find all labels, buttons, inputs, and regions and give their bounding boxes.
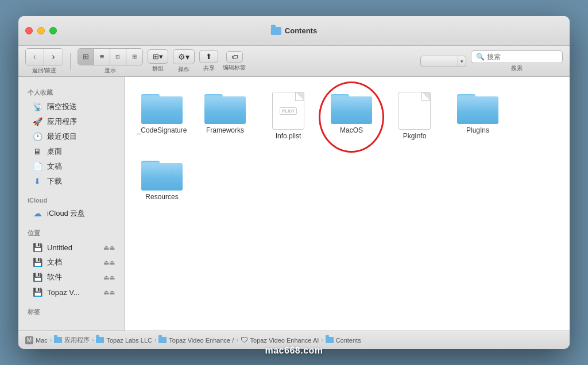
folder-icon-macos: [331, 92, 372, 124]
icloud-icon: ☁: [32, 208, 42, 219]
finder-window: Contents ‹ › 返回/前进 ⊞ ≡: [18, 16, 570, 349]
sidebar-item-software[interactable]: 💾 软件 ⏏: [21, 270, 122, 285]
breadcrumb-arrow-3: ›: [154, 337, 156, 343]
view-icon-columns[interactable]: ⊟: [110, 49, 126, 65]
sidebar-item-doc-disk[interactable]: 💾 文档 ⏏: [21, 255, 122, 270]
breadcrumb-folder-icon-topazve: [158, 337, 167, 343]
breadcrumb-arrow-1: ›: [50, 337, 52, 343]
sidebar-section-tags: 标签: [18, 303, 124, 319]
sidebar-section-icloud: iCloud: [18, 192, 124, 206]
sidebar-item-applications[interactable]: 🚀 应用程序: [21, 114, 122, 129]
minimize-button[interactable]: [37, 27, 45, 34]
sidebar-label-desktop: 桌面: [47, 146, 62, 157]
disk-icon-doc: 💾: [32, 257, 42, 267]
sidebar-item-topaz[interactable]: 💾 Topaz V... ⏏: [21, 285, 122, 300]
plist-file-icon: PLIST: [272, 92, 304, 130]
desktop-icon: 🖥: [32, 146, 42, 157]
disk-icon-software: 💾: [32, 272, 42, 282]
list-item[interactable]: PlugIns: [452, 88, 504, 143]
sidebar-item-documents[interactable]: 📄 文稿: [21, 159, 122, 174]
sidebar-item-downloads[interactable]: ⬇ 下载: [21, 174, 122, 189]
sidebar-item-untitled[interactable]: 💾 Untitled ⏏: [21, 240, 122, 255]
chevron-right-icon: ›: [52, 52, 55, 62]
eject-icon-topaz[interactable]: ⏏: [103, 289, 115, 296]
view-icon-gallery[interactable]: ⊞: [126, 49, 142, 65]
mac-icon: M: [25, 336, 33, 344]
breadcrumb-item-topazveai[interactable]: 🛡 Topaz Video Enhance AI: [241, 336, 319, 344]
eject-icon-doc[interactable]: ⏏: [103, 259, 115, 266]
sidebar-item-recents[interactable]: 🕐 最近项目: [21, 129, 122, 144]
breadcrumb-item-apps[interactable]: 应用程序: [54, 336, 90, 344]
list-item[interactable]: PkgInfo: [389, 88, 440, 143]
group-icon-area: ⊞▾: [148, 50, 168, 63]
title-text: Contents: [285, 26, 317, 35]
action-label: 操作: [178, 65, 189, 73]
view-icon-list[interactable]: ≡: [94, 49, 110, 65]
breadcrumb-arrow-4: ›: [236, 337, 238, 343]
sidebar: 个人收藏 📡 隔空投送 🚀 应用程序 🕐 最近项目 🖥 桌面 📄 文稿: [18, 77, 125, 331]
eject-icon-software[interactable]: ⏏: [103, 274, 115, 281]
nav-buttons: ‹ ›: [25, 48, 63, 65]
tag-button[interactable]: 🏷: [226, 51, 243, 63]
toolbar: ‹ › 返回/前进 ⊞ ≡ ⊟ ⊞: [18, 46, 570, 77]
file-name-resources: Resources: [145, 193, 178, 201]
sidebar-item-icloud[interactable]: ☁ iCloud 云盘: [21, 206, 122, 221]
grid-icon: ⊞: [83, 52, 89, 61]
breadcrumb-folder-icon-contents: [326, 337, 334, 343]
breadcrumb-label-topazve: Topaz Video Enhance /: [169, 337, 234, 344]
back-button[interactable]: ‹: [26, 49, 44, 65]
sort-dropdown[interactable]: ▾: [420, 56, 466, 67]
breadcrumb-item-contents[interactable]: Contents: [326, 337, 361, 344]
search-box[interactable]: 🔍: [471, 51, 563, 63]
file-name-codesignature: _CodeSignature: [137, 126, 187, 134]
list-item[interactable]: Resources: [136, 155, 188, 204]
gear-icon: ⚙▾: [173, 50, 194, 64]
breadcrumb-item-topazve[interactable]: Topaz Video Enhance /: [158, 337, 234, 344]
titlebar: Contents: [18, 16, 570, 46]
breadcrumb-folder-icon-apps: [54, 337, 62, 343]
breadcrumb-label-contents: Contents: [336, 337, 361, 344]
eject-icon-untitled[interactable]: ⏏: [103, 244, 115, 251]
view-icon-grid[interactable]: ⊞: [78, 49, 94, 65]
statusbar: M Mac › 应用程序 › Topaz Labs LLC › Topaz Vi…: [18, 331, 570, 349]
share-button[interactable]: ⬆: [199, 50, 218, 63]
sidebar-item-airdrop[interactable]: 📡 隔空投送: [21, 99, 122, 114]
sidebar-label-software: 软件: [47, 272, 62, 282]
folder-icon-codesignature: [141, 92, 183, 124]
file-name-macos: MacOS: [340, 126, 363, 134]
sidebar-label-recents: 最近项目: [47, 131, 77, 142]
sidebar-label-icloud: iCloud 云盘: [47, 208, 85, 219]
search-icon: 🔍: [476, 53, 485, 61]
list-item[interactable]: MacOS: [326, 88, 377, 143]
list-item[interactable]: Frameworks: [199, 88, 251, 143]
breadcrumb-folder-icon-topazlabs: [96, 337, 104, 343]
sidebar-label-airdrop: 隔空投送: [47, 102, 77, 112]
folder-icon-resources: [141, 158, 183, 191]
list-item[interactable]: _CodeSignature: [136, 88, 188, 143]
breadcrumb-label-mac: Mac: [36, 337, 48, 344]
breadcrumb-item-topazlabs[interactable]: Topaz Labs LLC: [96, 337, 152, 344]
close-button[interactable]: [25, 27, 33, 34]
list-icon: ≡: [100, 52, 105, 61]
window-title: Contents: [271, 26, 317, 35]
plist-label: PLIST: [280, 107, 297, 115]
forward-button[interactable]: ›: [44, 49, 63, 65]
breadcrumb-label-topazveai: Topaz Video Enhance AI: [250, 337, 319, 344]
group-label: 群组: [152, 65, 164, 73]
sidebar-item-desktop[interactable]: 🖥 桌面: [21, 144, 122, 159]
file-name-plist: Info.plist: [276, 132, 301, 140]
group-button[interactable]: ⊞▾: [148, 49, 168, 64]
nav-label: 返回/前进: [32, 67, 57, 75]
traffic-lights: [25, 27, 57, 34]
sort-main: [421, 59, 458, 64]
search-input[interactable]: [487, 53, 558, 61]
maximize-button[interactable]: [49, 27, 57, 34]
breadcrumb-item-mac: M Mac: [25, 336, 48, 344]
file-grid: _CodeSignature Frameworks PLIST: [136, 88, 558, 205]
action-button[interactable]: ⚙▾: [173, 49, 195, 64]
airplay-icon: 📡: [32, 102, 42, 112]
view-label: 显示: [105, 67, 116, 75]
list-item[interactable]: PLIST Info.plist: [262, 88, 314, 143]
sidebar-label-topaz: Topaz V...: [47, 288, 80, 297]
disk-icon-topaz: 💾: [32, 287, 42, 297]
